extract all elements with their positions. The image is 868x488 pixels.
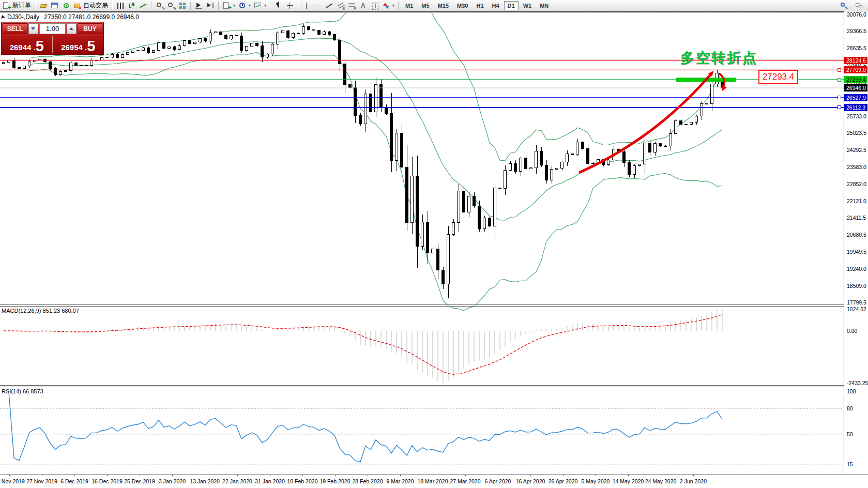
- toolbar-separator: [190, 2, 191, 10]
- fibonacci-icon: [348, 2, 356, 10]
- date-axis-label: 27 Nov 2019: [26, 478, 57, 484]
- fibonacci-button[interactable]: [346, 1, 358, 11]
- candle-body: [318, 30, 321, 35]
- price-tag-label[interactable]: 27293.4: [758, 70, 798, 84]
- candle-body: [235, 35, 238, 36]
- periods-button[interactable]: [237, 1, 252, 11]
- search-button[interactable]: [838, 1, 849, 11]
- chart-shift-button[interactable]: [205, 1, 216, 11]
- chart-candles-button[interactable]: [126, 1, 138, 11]
- candle-body: [18, 67, 21, 68]
- timeframe-m1-button[interactable]: M1: [402, 1, 417, 10]
- candle-body: [127, 53, 129, 55]
- text-button[interactable]: [358, 1, 369, 11]
- timeframe-m15-button[interactable]: M15: [434, 1, 452, 10]
- tile-windows-icon: [178, 2, 187, 10]
- sell-price-button[interactable]: 26944 .5: [2, 35, 52, 54]
- timeframe-m30-button[interactable]: M30: [453, 1, 471, 10]
- macd-indicator-label: MACD(12,26,9) 851.23 680.07: [2, 308, 79, 314]
- candle-body: [194, 42, 196, 44]
- candle-body: [240, 36, 243, 51]
- candle-body: [701, 104, 703, 116]
- trendline-button[interactable]: [324, 1, 335, 11]
- market-window-button[interactable]: [49, 1, 60, 11]
- candle-body: [354, 87, 357, 115]
- timeframe-m5-button[interactable]: M5: [418, 1, 433, 10]
- arrows-button[interactable]: [380, 1, 396, 11]
- chart-line-icon: [139, 2, 147, 10]
- bollinger-bands: [29, 11, 722, 311]
- volume-input[interactable]: 1.00: [39, 23, 66, 34]
- templates-button[interactable]: [252, 1, 268, 11]
- chart-bars-button[interactable]: [115, 1, 126, 11]
- pivot-line-27293-handle[interactable]: [837, 78, 841, 82]
- price-label-box-26527.9: 26527.9: [844, 94, 867, 101]
- rsi-pane: [0, 391, 844, 464]
- support-line-26527-handle[interactable]: [837, 96, 841, 99]
- candle-body: [483, 218, 486, 228]
- turning-point-annotation[interactable]: 多空转折点: [680, 49, 758, 67]
- price-axis-tick: 19240.0: [847, 266, 866, 272]
- candle-body: [204, 38, 207, 41]
- auto-trading-button[interactable]: 自动交易: [72, 1, 110, 11]
- candle-body: [266, 54, 269, 57]
- symbols-button[interactable]: [38, 1, 49, 11]
- candle-body: [468, 196, 470, 212]
- arrows-icon: [382, 2, 390, 10]
- timeframe-w1-button[interactable]: W1: [520, 1, 536, 10]
- market-window-icon: [51, 2, 59, 10]
- volume-decrease-button[interactable]: [28, 23, 38, 34]
- new-order-button[interactable]: 新订单: [1, 1, 33, 11]
- macd-pane: [4, 309, 722, 383]
- candle-body: [514, 163, 517, 171]
- candle-body: [680, 120, 682, 124]
- support-line-26112-handle[interactable]: [837, 105, 841, 109]
- timeframe-h1-button[interactable]: H1: [473, 1, 487, 10]
- timeframe-mn-button[interactable]: MN: [536, 1, 552, 10]
- resistance-line-27709-handle[interactable]: [837, 68, 841, 72]
- channel-button[interactable]: [335, 1, 346, 11]
- candle-body: [359, 115, 362, 124]
- candle-body: [302, 27, 305, 33]
- candle-body: [571, 154, 574, 155]
- date-axis-label: 28 Feb 2020: [353, 478, 383, 484]
- date-axis-label: 16 Dec 2019: [92, 478, 123, 484]
- candle-body: [116, 54, 119, 57]
- buy-price-main: 26954 .: [61, 43, 87, 52]
- price-axis-tick: 17799.5: [847, 299, 866, 306]
- date-axis-label: 24 May 2020: [645, 478, 677, 484]
- toolbar-separator: [398, 2, 399, 10]
- price-axis-tick: 19949.5: [847, 249, 866, 255]
- timeframe-d1-button[interactable]: D1: [504, 1, 519, 10]
- chart-area: DJ30-,Daily 27350.0 27481.0 26899.0 2694…: [0, 11, 868, 488]
- chat-icon: [855, 2, 863, 10]
- indicators-button[interactable]: [221, 1, 237, 11]
- chart-line-button[interactable]: [138, 1, 149, 11]
- signal-button[interactable]: [60, 1, 72, 11]
- zoom-out-button[interactable]: [165, 1, 177, 11]
- vline-button[interactable]: [301, 1, 312, 11]
- buy-button[interactable]: BUY: [78, 23, 102, 34]
- candle-body: [111, 54, 114, 57]
- crosshair-button[interactable]: [284, 1, 296, 11]
- text-icon: [359, 2, 368, 10]
- price-label-box-27709.0: 27709.0: [844, 66, 867, 73]
- candle-body: [494, 188, 496, 226]
- chat-button[interactable]: [854, 1, 865, 11]
- volume-increase-button[interactable]: [67, 23, 77, 34]
- candle-body: [137, 50, 140, 51]
- auto-scroll-button[interactable]: [193, 1, 205, 11]
- date-axis-label: 22 Jan 2020: [222, 478, 252, 484]
- sell-button[interactable]: SELL: [3, 23, 27, 34]
- hline-button[interactable]: [312, 1, 324, 11]
- timeframe-h4-button[interactable]: H4: [489, 1, 503, 10]
- buy-price-button[interactable]: 26954 .5: [53, 35, 104, 54]
- cursor-button[interactable]: [273, 1, 284, 11]
- candle-body: [706, 103, 708, 104]
- tile-windows-button[interactable]: [177, 1, 188, 11]
- candle-body: [132, 51, 134, 53]
- candle-body: [520, 158, 522, 171]
- text-label-button[interactable]: [369, 1, 380, 11]
- text-label-icon: [371, 2, 379, 10]
- zoom-in-button[interactable]: [154, 1, 165, 11]
